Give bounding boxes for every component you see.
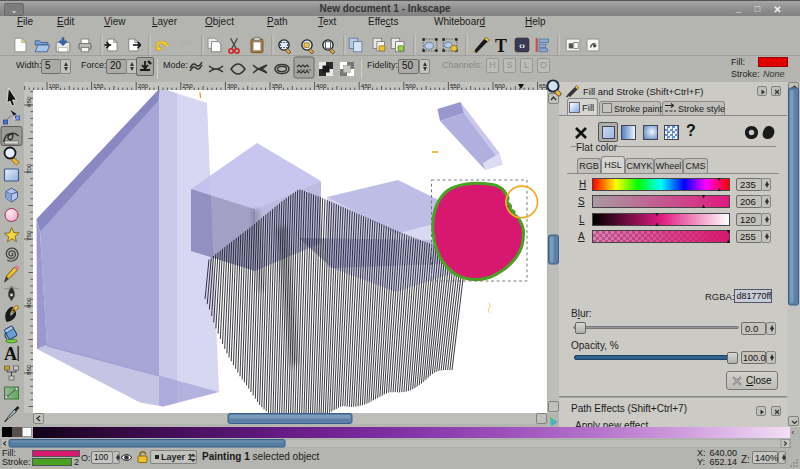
svg-text:800: 800	[25, 297, 32, 308]
svg-text:300: 300	[227, 82, 238, 89]
svg-text:200: 200	[138, 82, 149, 89]
svg-text:100: 100	[49, 82, 60, 89]
svg-text:‹›: ‹›	[519, 40, 525, 50]
svg-text:400: 400	[316, 82, 327, 89]
svg-text:250: 250	[182, 82, 193, 89]
svg-text:750: 750	[25, 230, 32, 241]
svg-text:A: A	[4, 344, 17, 364]
svg-text:600: 600	[495, 82, 506, 89]
svg-text:450: 450	[361, 82, 372, 89]
svg-text:350: 350	[272, 82, 283, 89]
svg-text:700: 700	[25, 163, 32, 174]
svg-text:150: 150	[93, 82, 104, 89]
svg-text:550: 550	[450, 82, 461, 89]
svg-text:650: 650	[25, 96, 32, 107]
svg-text:500: 500	[405, 82, 416, 89]
svg-text:850: 850	[25, 364, 32, 375]
svg-text:T: T	[495, 35, 507, 55]
